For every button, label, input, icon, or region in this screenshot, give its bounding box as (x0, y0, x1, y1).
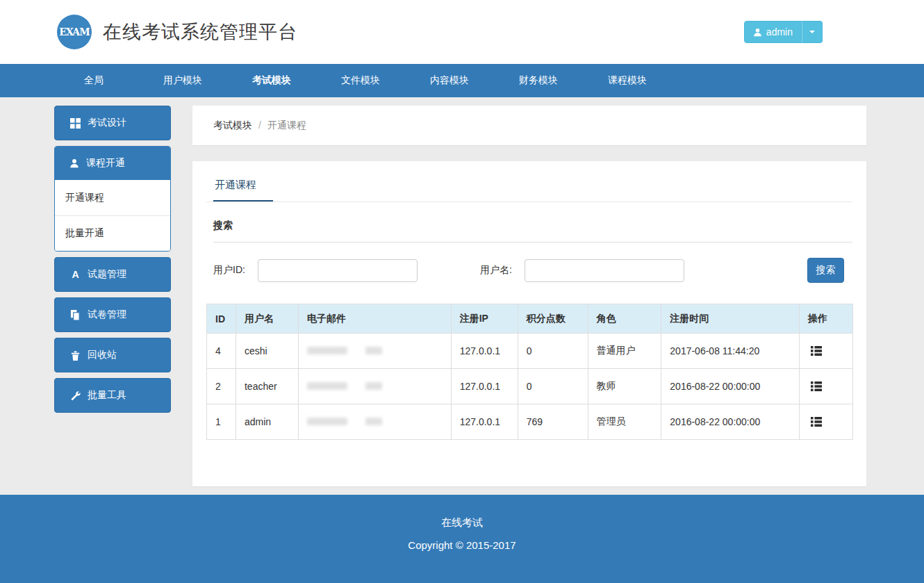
footer-copyright: Copyright © 2015-2017 (0, 539, 924, 551)
user-icon (753, 28, 762, 37)
divider (213, 242, 852, 243)
search-button[interactable]: 搜索 (807, 258, 844, 283)
font-icon: A (69, 269, 81, 280)
footer: 在线考试 Copyright © 2015-2017 (0, 495, 924, 583)
user-button[interactable]: admin (744, 21, 802, 43)
nav-item-exam-module[interactable]: 考试模块 (227, 64, 316, 97)
list-menu-icon (811, 346, 822, 356)
trash-icon (69, 350, 81, 361)
svg-text:A: A (72, 270, 79, 280)
nav-item-course-module[interactable]: 课程模块 (583, 64, 672, 97)
site-logo: EXAM (57, 15, 92, 49)
row-actions-button[interactable] (808, 416, 825, 428)
sidebar-item-exam-design[interactable]: 考试设计 (54, 106, 171, 140)
wrench-icon (69, 390, 81, 401)
col-header-username: 用户名 (236, 304, 298, 334)
col-header-regtime: 注册时间 (661, 304, 800, 334)
cell-email-redacted (298, 404, 451, 440)
list-menu-icon (811, 381, 822, 391)
sidebar-item-label: 回收站 (88, 349, 117, 361)
table-row: 4 ceshi 127.0.0.1 0 普通用户 2017-06-08 11:4… (207, 334, 853, 369)
sidebar-item-label: 考试设计 (88, 117, 126, 129)
col-header-operations: 操作 (800, 304, 853, 334)
user-name-label: 用户名: (480, 264, 512, 277)
sidebar-item-paper-mgmt[interactable]: 试卷管理 (54, 297, 171, 332)
cell-operations (800, 334, 853, 369)
tab-open-course[interactable]: 开通课程 (213, 173, 273, 202)
sidebar-subitem-batch-open[interactable]: 批量开通 (55, 215, 170, 251)
user-icon (69, 158, 79, 168)
user-menu: admin (744, 21, 823, 43)
sidebar-item-batch-tools[interactable]: 批量工具 (54, 378, 171, 413)
cell-operations (800, 369, 853, 404)
col-header-ip: 注册IP (451, 304, 518, 334)
nav-item-user-module[interactable]: 用户模块 (138, 64, 227, 97)
tabs-row: 开通课程 (206, 173, 852, 202)
cell-id: 1 (207, 404, 236, 440)
cell-points: 0 (518, 369, 588, 404)
breadcrumb-parent[interactable]: 考试模块 (213, 120, 252, 132)
cell-email-redacted (298, 334, 451, 369)
user-dropdown-toggle[interactable] (802, 21, 823, 43)
row-actions-button[interactable] (808, 380, 825, 393)
nav-item-content-module[interactable]: 内容模块 (405, 64, 494, 97)
cell-regtime: 2017-06-08 11:44:20 (661, 334, 800, 369)
users-table: ID 用户名 电子邮件 注册IP 积分点数 角色 注册时间 操作 4 ceshi (206, 304, 853, 440)
nav-item-global[interactable]: 全局 (49, 64, 138, 97)
list-menu-icon (811, 417, 822, 427)
nav-item-finance-module[interactable]: 财务模块 (494, 64, 583, 97)
sidebar-subitem-label: 批量开通 (65, 227, 104, 240)
nav-item-file-module[interactable]: 文件模块 (316, 64, 405, 97)
page-title: 在线考试系统管理平台 (103, 19, 297, 44)
caret-down-icon (809, 31, 815, 33)
sidebar-item-label: 课程开通 (86, 157, 125, 170)
cell-username: teacher (236, 369, 298, 404)
cell-id: 2 (207, 369, 236, 404)
row-actions-button[interactable] (808, 345, 825, 357)
cell-points: 769 (518, 404, 588, 440)
sidebar: 考试设计 课程开通 开通课程 批量开通 A 试题管理 (54, 106, 171, 418)
sidebar-item-question-mgmt[interactable]: A 试题管理 (54, 257, 171, 292)
user-id-input[interactable] (258, 259, 418, 282)
sidebar-item-recycle-bin[interactable]: 回收站 (54, 338, 171, 372)
main-navbar: 全局 用户模块 考试模块 文件模块 内容模块 财务模块 课程模块 (0, 64, 924, 97)
search-section-title: 搜索 (213, 220, 852, 232)
cell-email-redacted (298, 369, 451, 404)
breadcrumb-separator: / (258, 120, 261, 132)
cell-ip: 127.0.0.1 (451, 369, 518, 404)
logo-text: EXAM (59, 26, 89, 38)
cell-regtime: 2016-08-22 00:00:00 (661, 369, 800, 404)
breadcrumb: 考试模块 / 开通课程 (213, 120, 306, 132)
sidebar-item-label: 试卷管理 (88, 309, 126, 321)
sidebar-subitem-open-course[interactable]: 开通课程 (55, 180, 170, 215)
sidebar-group-course-open: 课程开通 开通课程 批量开通 (54, 146, 171, 252)
footer-site-name: 在线考试 (0, 516, 924, 529)
col-header-role: 角色 (588, 304, 661, 334)
cell-ip: 127.0.0.1 (451, 404, 518, 440)
main-content: 考试模块 / 开通课程 开通课程 搜索 用户ID: 用户名: 搜索 (192, 106, 866, 486)
cell-id: 4 (207, 334, 236, 369)
sidebar-item-label: 试题管理 (88, 268, 126, 281)
cell-username: admin (236, 404, 298, 440)
search-form: 用户ID: 用户名: 搜索 (213, 258, 852, 283)
col-header-points: 积分点数 (518, 304, 588, 334)
table-row: 2 teacher 127.0.0.1 0 教师 2016-08-22 00:0… (207, 369, 853, 404)
header: EXAM 在线考试系统管理平台 admin (0, 0, 924, 64)
breadcrumb-current: 开通课程 (267, 120, 306, 132)
sidebar-item-label: 批量工具 (88, 389, 126, 402)
cell-role: 管理员 (588, 404, 661, 440)
cell-ip: 127.0.0.1 (451, 334, 518, 369)
col-header-email: 电子邮件 (298, 304, 451, 334)
content-card: 开通课程 搜索 用户ID: 用户名: 搜索 ID 用户名 电子邮件 注册I (192, 161, 866, 486)
user-button-label: admin (766, 26, 793, 38)
sidebar-subitem-label: 开通课程 (65, 192, 104, 204)
cell-role: 普通用户 (588, 334, 661, 369)
user-name-input[interactable] (525, 259, 684, 282)
cell-username: ceshi (236, 334, 298, 369)
user-id-label: 用户ID: (213, 264, 245, 277)
table-row: 1 admin 127.0.0.1 769 管理员 2016-08-22 00:… (207, 404, 853, 440)
cell-operations (800, 404, 853, 440)
breadcrumb-card: 考试模块 / 开通课程 (192, 106, 866, 145)
sidebar-item-course-open[interactable]: 课程开通 (55, 147, 170, 180)
cell-points: 0 (518, 334, 588, 369)
